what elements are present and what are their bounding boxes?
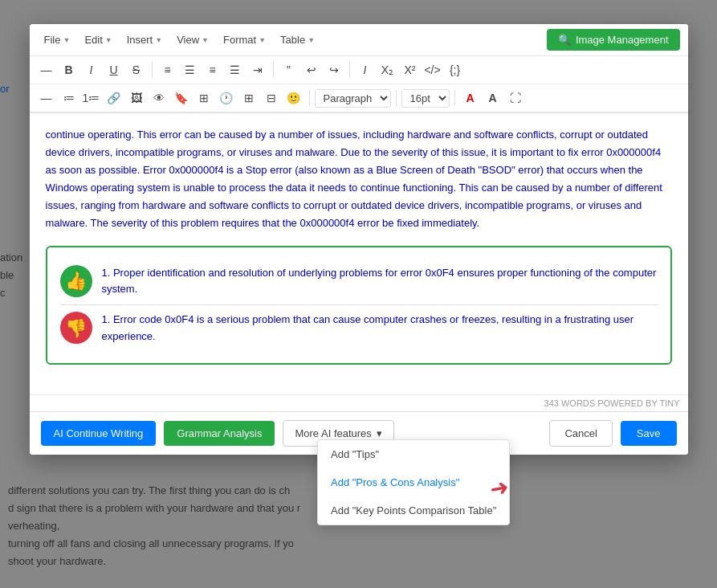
toolbar-divider-4 bbox=[309, 90, 310, 106]
preview-button[interactable]: 👁 bbox=[149, 88, 169, 108]
toolbar-divider-2 bbox=[273, 62, 274, 78]
blockquote-button[interactable]: " bbox=[279, 59, 299, 80]
toolbar-divider-1 bbox=[152, 62, 153, 78]
undo-button[interactable]: ↩ bbox=[301, 59, 322, 80]
menu-file[interactable]: File ▼ bbox=[38, 31, 77, 49]
table-arrow: ▼ bbox=[308, 36, 315, 44]
cancel-button[interactable]: Cancel bbox=[549, 420, 612, 447]
pro-item: 👍 1. Proper identification and resolutio… bbox=[60, 259, 658, 305]
toolbar-area: File ▼ Edit ▼ Insert ▼ View ▼ Format ▼ bbox=[30, 24, 688, 113]
editor-modal: File ▼ Edit ▼ Insert ▼ View ▼ Format ▼ bbox=[30, 24, 688, 455]
grammar-analysis-button[interactable]: Grammar Analysis bbox=[164, 421, 275, 446]
menu-view[interactable]: View ▼ bbox=[170, 31, 215, 49]
fullscreen-button[interactable]: ⛶ bbox=[505, 88, 526, 108]
ordered-list-button[interactable]: 1≔ bbox=[81, 88, 102, 108]
menu-bar: File ▼ Edit ▼ Insert ▼ View ▼ Format ▼ bbox=[30, 24, 688, 56]
menu-table[interactable]: Table ▼ bbox=[274, 31, 321, 49]
emoji-button[interactable]: 🙂 bbox=[283, 88, 304, 108]
editor-content[interactable]: continue operating. This error can be ca… bbox=[30, 113, 688, 394]
unordered-list-button[interactable]: ≔ bbox=[59, 88, 79, 108]
bookmark-button[interactable]: 🔖 bbox=[171, 88, 192, 108]
con-text: 1. Error code 0x0F4 is a serious problem… bbox=[102, 312, 658, 345]
dropdown-item-comparison[interactable]: Add "Key Points Comparison Table" bbox=[318, 496, 509, 525]
menu-edit[interactable]: Edit ▼ bbox=[78, 31, 118, 49]
modal-overlay: File ▼ Edit ▼ Insert ▼ View ▼ Format ▼ bbox=[0, 0, 717, 588]
dropdown-item-pros-cons[interactable]: Add "Pros & Cons Analysis" bbox=[318, 468, 509, 496]
grid-button[interactable]: ⊞ bbox=[238, 88, 259, 108]
search-icon: 🔍 bbox=[558, 34, 571, 46]
strikethrough2-button[interactable]: — bbox=[36, 59, 57, 80]
highlight-button[interactable]: A bbox=[483, 88, 503, 108]
con-item: 👎 1. Error code 0x0F4 is a serious probl… bbox=[60, 304, 658, 352]
format-arrow: ▼ bbox=[259, 36, 266, 44]
toolbar-divider-6 bbox=[454, 90, 455, 106]
menu-format[interactable]: Format ▼ bbox=[217, 31, 272, 49]
paragraph-select[interactable]: Paragraph bbox=[315, 89, 391, 108]
underline-button[interactable]: U bbox=[104, 59, 124, 80]
align-left-button[interactable]: ≡ bbox=[157, 59, 178, 80]
hr-button[interactable]: — bbox=[36, 88, 57, 108]
italic-button[interactable]: I bbox=[81, 59, 102, 80]
view-arrow: ▼ bbox=[202, 36, 209, 44]
subscript-button[interactable]: X₂ bbox=[377, 59, 398, 80]
toolbar-row-1: — B I U S ≡ ☰ ≡ ☰ ⇥ " ↩ ↪ I X₂ X² </> bbox=[30, 56, 688, 84]
strikethrough-button[interactable]: S bbox=[126, 59, 147, 80]
editor-main-text: continue operating. This error can be ca… bbox=[46, 126, 672, 233]
insert-arrow: ▼ bbox=[155, 36, 162, 44]
pro-text: 1. Proper identification and resolution … bbox=[102, 265, 658, 299]
bold-button[interactable]: B bbox=[59, 59, 79, 80]
dropdown-item-tips[interactable]: Add "Tips" bbox=[318, 440, 509, 468]
more-ai-dropdown: Add "Tips" Add "Pros & Cons Analysis" Ad… bbox=[317, 439, 510, 525]
edit-arrow: ▼ bbox=[105, 36, 112, 44]
align-right-button[interactable]: ≡ bbox=[202, 59, 223, 80]
align-justify-button[interactable]: ☰ bbox=[225, 59, 246, 80]
align-center-button[interactable]: ☰ bbox=[180, 59, 201, 80]
code-button[interactable]: </> bbox=[422, 59, 443, 80]
font-size-select[interactable]: 16pt bbox=[401, 89, 450, 108]
font-color-button[interactable]: A bbox=[460, 88, 481, 108]
table3-button[interactable]: ⊟ bbox=[261, 88, 282, 108]
clock-button[interactable]: 🕐 bbox=[216, 88, 237, 108]
image-button[interactable]: 🖼 bbox=[126, 88, 147, 108]
toolbar-divider-5 bbox=[396, 90, 397, 106]
redo-button[interactable]: ↪ bbox=[324, 59, 344, 80]
thumbs-up-icon: 👍 bbox=[60, 265, 92, 297]
chevron-down-icon: ▾ bbox=[377, 427, 382, 439]
thumbs-down-icon: 👎 bbox=[60, 312, 92, 344]
superscript-button[interactable]: X² bbox=[400, 59, 421, 80]
table2-button[interactable]: ⊞ bbox=[194, 88, 214, 108]
toolbar-row-2: — ≔ 1≔ 🔗 🖼 👁 🔖 ⊞ 🕐 ⊞ ⊟ 🙂 Paragraph 16pt bbox=[30, 84, 688, 112]
italic2-button[interactable]: I bbox=[355, 59, 376, 80]
codeblock-button[interactable]: {;} bbox=[445, 59, 466, 80]
save-button[interactable]: Save bbox=[621, 421, 677, 446]
toolbar-divider-3 bbox=[349, 62, 350, 78]
indent-button[interactable]: ⇥ bbox=[247, 59, 268, 80]
image-management-button[interactable]: 🔍 Image Management bbox=[547, 29, 680, 51]
summary-box: 👍 1. Proper identification and resolutio… bbox=[46, 246, 672, 365]
word-count: 343 WORDS POWERED BY TINY bbox=[30, 394, 688, 411]
menu-insert[interactable]: Insert ▼ bbox=[120, 31, 169, 49]
ai-continue-button[interactable]: AI Continue Writing bbox=[41, 421, 157, 446]
file-arrow: ▼ bbox=[63, 36, 70, 44]
link-button[interactable]: 🔗 bbox=[104, 88, 124, 108]
